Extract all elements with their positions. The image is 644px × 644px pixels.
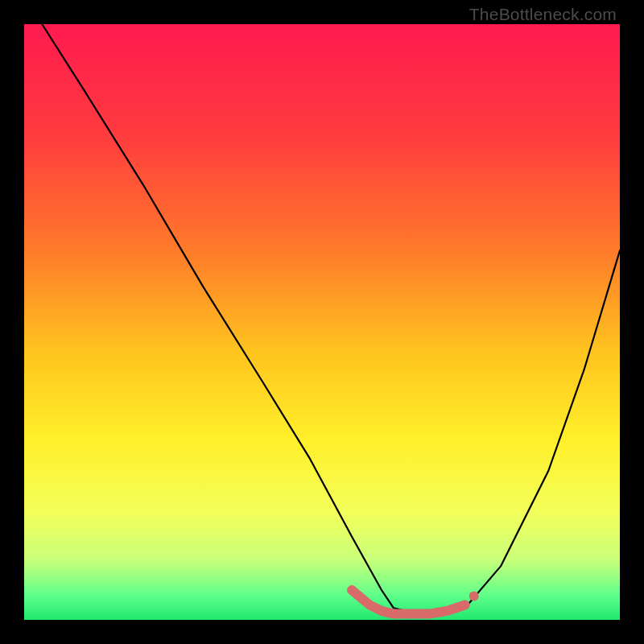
watermark-text: TheBottleneck.com [469,5,617,24]
bottleneck-curve [42,24,620,614]
curve-layer [24,24,620,620]
highlight-segment [352,590,465,614]
chart-frame: TheBottleneck.com [0,0,644,644]
plot-area [24,24,620,620]
highlight-dot [469,591,479,601]
